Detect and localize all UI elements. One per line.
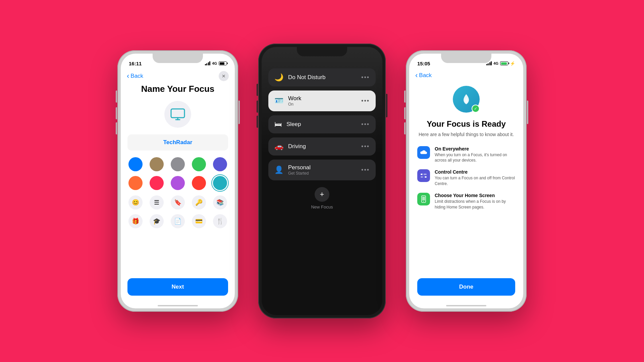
battery-1 [219,61,227,65]
color-blue[interactable] [128,157,143,171]
icon-document[interactable]: 📄 [171,214,185,228]
done-button[interactable]: Done [417,278,515,296]
focus-item-sleep[interactable]: 🛏 Sleep ••• [268,115,376,133]
icon-books[interactable]: 📚 [213,195,227,209]
sleep-name: Sleep [286,121,301,128]
feature-item-homescreen: Choose Your Home Screen Limit distractio… [417,193,515,210]
color-violet[interactable] [171,176,185,190]
dnd-icon: 🌙 [274,73,283,82]
color-pink[interactable] [150,176,164,190]
color-green[interactable] [192,157,206,171]
icon-smiley[interactable]: 😊 [128,195,143,209]
focus-app-icon-container: ✓ [453,86,480,113]
phone-1-screen: 16:11 4G Ba [121,54,235,308]
home-indicator-1 [158,305,198,306]
icon-bookmark[interactable]: 🔖 [171,195,185,209]
personal-text: Personal Get Started [288,164,311,176]
focus-item-dnd[interactable]: 🌙 Do Not Disturb ••• [268,68,376,86]
svg-point-11 [423,201,424,202]
color-picker [127,157,228,190]
work-sub: On [288,102,301,107]
notch-1 [153,54,203,63]
color-orange[interactable] [128,176,143,190]
add-focus-button[interactable]: + [315,187,329,202]
phone-2-content: 🌙 Do Not Disturb ••• 🪪 Work On [262,47,382,315]
focus-item-personal[interactable]: 👤 Personal Get Started ••• [268,160,376,180]
color-teal[interactable] [213,176,227,190]
focus-list: 🌙 Do Not Disturb ••• 🪪 Work On [262,68,382,180]
phone-2: 🌙 Do Not Disturb ••• 🪪 Work On [258,44,386,318]
icon-list[interactable]: ☰ [150,195,164,209]
page-title-1: Name Your Focus [141,84,215,94]
feature-desc-everywhere: When you turn on a Focus, it's turned on… [435,152,515,164]
color-gray[interactable] [171,157,185,171]
plus-icon: + [320,190,324,199]
network-3: 4G [493,61,498,65]
battery-3 [500,61,508,65]
phone-3: 15:05 4G ⚡ [406,50,527,312]
personal-left: 👤 Personal Get Started [274,164,311,176]
feature-desc-homescreen: Limit distractions when a Focus is on by… [435,199,515,210]
time-3: 15:05 [417,61,430,66]
focus-icon-circle [164,101,191,128]
back-button-1[interactable]: Back [127,72,143,80]
phone-icon [417,193,430,205]
page-subtitle-3: Here are a few helpful things to know ab… [419,131,514,138]
personal-name: Personal [288,164,311,171]
work-name: Work [288,95,301,102]
dnd-left: 🌙 Do Not Disturb [274,73,325,82]
work-left: 🪪 Work On [274,95,301,107]
driving-left: 🚗 Driving [274,142,306,151]
phone-3-content: 15:05 4G ⚡ [409,54,523,308]
svg-rect-8 [424,174,427,175]
status-icons-1: 4G [205,61,227,65]
color-tan[interactable] [150,157,164,171]
personal-dots[interactable]: ••• [361,167,370,174]
feature-item-everywhere: On Everywhere When you turn on a Focus, … [417,146,515,164]
work-dots[interactable]: ••• [361,98,370,105]
notch-2 [297,47,347,56]
signal-icon-1 [205,61,211,65]
icon-graduation[interactable]: 🎓 [150,214,164,228]
sleep-text: Sleep [286,121,301,128]
new-focus-label: New Focus [311,204,333,209]
focus-name-input[interactable]: TechRadar [127,134,228,150]
driving-text: Driving [288,143,306,150]
nav-bar-1: Back ✕ [121,68,235,84]
icon-gift[interactable]: 🎁 [128,214,143,228]
phone-svg [421,195,426,203]
icon-card[interactable]: 💳 [192,214,206,228]
nav-bar-3: Back [409,68,523,82]
color-purple[interactable] [213,157,227,171]
next-button[interactable]: Next [127,278,228,296]
time-1: 16:11 [129,61,142,66]
network-1: 4G [212,61,217,65]
back-label-1: Back [130,73,143,79]
icon-picker: 😊 ☰ 🔖 🔑 📚 🎁 🎓 📄 💳 🍴 [127,195,228,228]
feature-text-everywhere: On Everywhere When you turn on a Focus, … [435,146,515,164]
feature-text-control: Control Centre You can turn a Focus on a… [435,169,515,187]
svg-rect-10 [422,197,425,200]
close-button-1[interactable]: ✕ [219,71,229,81]
driving-dots[interactable]: ••• [361,143,370,150]
phone-3-screen: 15:05 4G ⚡ [409,54,523,308]
back-chevron-1 [127,72,129,80]
svg-rect-0 [171,109,184,118]
personal-icon: 👤 [274,166,283,174]
back-button-3[interactable]: Back [415,71,432,80]
toggles-svg [420,173,427,179]
feature-item-control: Control Centre You can turn a Focus on a… [417,169,515,187]
cloud-svg [420,149,427,156]
focus-item-driving[interactable]: 🚗 Driving ••• [268,137,376,156]
battery-fill-1 [220,62,224,65]
icon-utensils[interactable]: 🍴 [213,214,227,228]
phone-1-content: 16:11 4G Ba [121,54,235,308]
focus-item-work[interactable]: 🪪 Work On ••• [268,90,376,111]
work-icon: 🪪 [274,97,283,105]
dnd-name: Do Not Disturb [288,74,325,81]
dnd-dots[interactable]: ••• [361,74,370,81]
driving-icon: 🚗 [274,142,283,151]
icon-key[interactable]: 🔑 [192,195,206,209]
sleep-dots[interactable]: ••• [361,121,370,128]
color-red[interactable] [192,176,206,190]
